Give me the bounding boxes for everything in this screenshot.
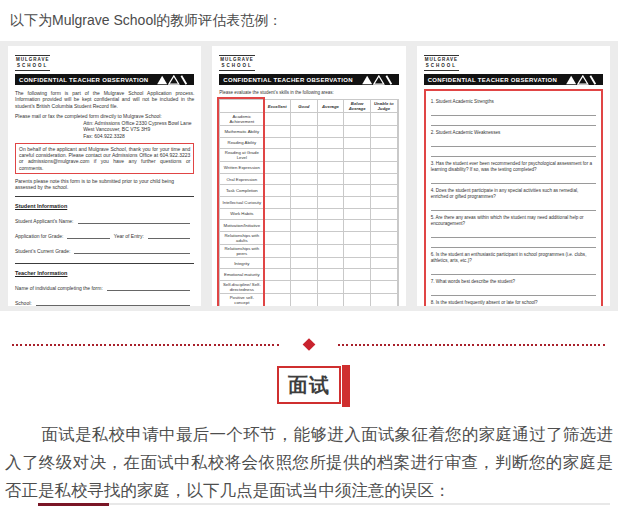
rating-cell [344, 126, 371, 138]
rating-cell [264, 138, 291, 150]
rating-cell [344, 174, 371, 186]
field-row: Application for Grade:Year of Entry: [15, 233, 194, 239]
corner-cell [220, 100, 264, 113]
table-instruction: Please evaluate the student's skills in … [219, 90, 398, 95]
section-title-box: 面试 [277, 366, 341, 404]
mulgrave-logo: MULGRAVE SCHOOL [15, 55, 50, 70]
row-label: Mathematic Ability [220, 126, 264, 138]
header-title: CONFIDENTIAL TEACHER OBSERVATION [428, 77, 558, 83]
section-title: 面试 [288, 372, 330, 399]
rating-cell [344, 185, 371, 197]
section-divider-line [15, 263, 194, 264]
rating-cell [344, 245, 371, 258]
rating-cell [264, 269, 291, 281]
field-row: Student's Current Grade: [15, 248, 194, 254]
column-header: Average [318, 100, 345, 113]
rating-cell [318, 220, 345, 232]
rating-cell [291, 232, 318, 245]
field-row: School: [15, 300, 194, 306]
rating-cell [318, 294, 345, 306]
question-item: 8. Is the student frequently absent or l… [431, 300, 596, 306]
form-page-2[interactable]: MULGRAVE SCHOOL CONFIDENTIAL TEACHER OBS… [212, 46, 405, 306]
question-text: 6. Is the student an enthusiastic partic… [431, 252, 596, 264]
confidential-header-bar: CONFIDENTIAL TEACHER OBSERVATION [15, 74, 194, 85]
question-text: 5. Are there any areas within which the … [431, 215, 596, 227]
confidential-header-bar: CONFIDENTIAL TEACHER OBSERVATION [424, 74, 603, 85]
field-line [107, 286, 191, 291]
parents-note: Parents please note this form is to be s… [15, 178, 194, 191]
question-item: 3. Has the student ever been recommended… [431, 161, 596, 184]
rating-cell [344, 149, 371, 162]
column-header: Below Average [344, 100, 371, 113]
row-label: Reading Ability [220, 138, 264, 150]
rating-cell [371, 113, 398, 126]
question-answer-lines [431, 265, 596, 275]
field-line [67, 234, 109, 239]
address-block: Attn: Admissions Office 2330 Cypress Bow… [83, 120, 194, 139]
divider-diamond-icon [303, 338, 316, 351]
rating-cell [344, 162, 371, 174]
rating-cell [291, 138, 318, 150]
row-label: Oral Expression [220, 174, 264, 186]
rating-cell [318, 209, 345, 221]
row-label: Relationships with peers [220, 245, 264, 258]
divider-dot-line-left [12, 344, 279, 346]
rating-cell [318, 232, 345, 245]
bottom-rule-track [109, 503, 610, 505]
rating-cell [291, 162, 318, 174]
rating-cell [264, 185, 291, 197]
rating-cell [344, 232, 371, 245]
rating-cell [264, 245, 291, 258]
rating-cell [264, 113, 291, 126]
rating-cell [371, 269, 398, 281]
student-info-heading: Student Information [15, 203, 194, 209]
question-answer-lines [431, 174, 596, 184]
rating-cell [371, 185, 398, 197]
rating-cell [291, 209, 318, 221]
row-label: Emotional maturity [220, 269, 264, 281]
question-answer-lines [431, 106, 596, 126]
question-item: 7. What words best describe the student? [431, 279, 596, 296]
field-label: Year of Entry: [114, 233, 144, 239]
form-intro-text: The following form is part of the Mulgra… [15, 90, 194, 109]
rating-cell [318, 281, 345, 294]
rating-cell [344, 220, 371, 232]
rating-cell [371, 245, 398, 258]
form-page-1[interactable]: MULGRAVE SCHOOL CONFIDENTIAL TEACHER OBS… [8, 46, 201, 306]
form-page-3[interactable]: MULGRAVE SCHOOL CONFIDENTIAL TEACHER OBS… [417, 46, 610, 306]
rating-cell [371, 281, 398, 294]
row-label: Task Completion [220, 185, 264, 197]
section-divider [0, 339, 618, 352]
rating-cell [371, 294, 398, 306]
row-label: Written Expression [220, 162, 264, 174]
bottom-rule-accent [38, 503, 109, 506]
rating-cell [291, 113, 318, 126]
field-line [148, 234, 190, 239]
rating-cell [264, 149, 291, 162]
teacher-info-heading: Teacher Information [15, 270, 194, 276]
logo-line-2: SCHOOL [220, 63, 253, 69]
rating-cell [371, 197, 398, 209]
question-text: 8. Is the student frequently absent or l… [431, 300, 596, 306]
rating-cell [371, 149, 398, 162]
rating-cell [264, 232, 291, 245]
observation-table-wrap: ExcellentGoodAverageBelow AverageUnable … [219, 99, 398, 306]
student-fields: Student Applicant's Name: Application fo… [15, 218, 194, 254]
question-answer-lines [431, 228, 596, 248]
column-header: Good [291, 100, 318, 113]
rating-cell [318, 113, 345, 126]
mulgrave-logo: MULGRAVE SCHOOL [424, 55, 459, 70]
column-header: Unable to Judge [371, 100, 398, 113]
field-label: Name of individual completing the form: [15, 285, 103, 291]
question-item: 5. Are there any areas within which the … [431, 215, 596, 248]
rating-cell [344, 209, 371, 221]
rating-cell [291, 245, 318, 258]
rating-cell [264, 197, 291, 209]
teacher-fields: Name of individual completing the form: … [15, 285, 194, 306]
rating-cell [371, 209, 398, 221]
rating-cell [291, 220, 318, 232]
confidential-header-bar: CONFIDENTIAL TEACHER OBSERVATION [219, 74, 398, 85]
rating-cell [291, 185, 318, 197]
rating-cell [291, 174, 318, 186]
question-text: 7. What words best describe the student? [431, 279, 596, 285]
